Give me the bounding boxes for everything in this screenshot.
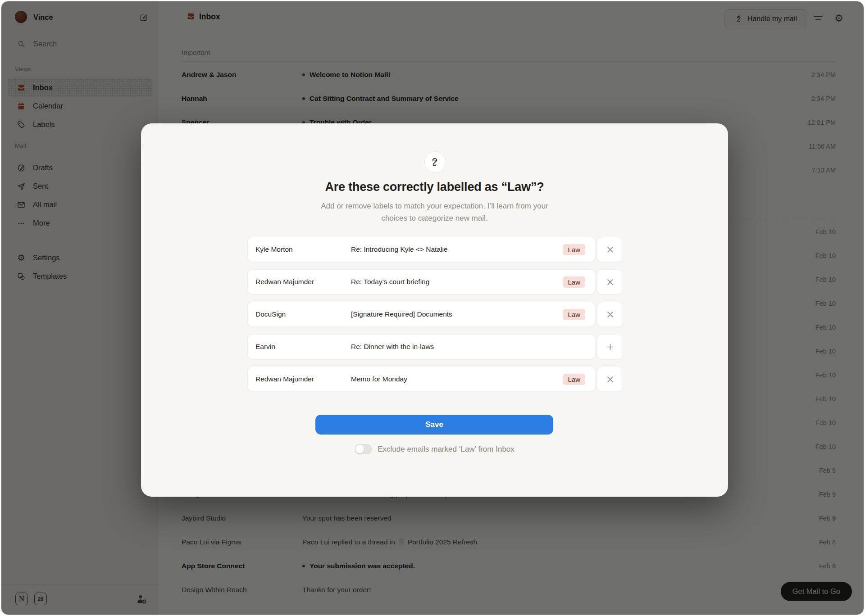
modal-email-card[interactable]: Redwan Majumder Memo for Monday Law (247, 367, 596, 392)
label-pill[interactable]: Law (563, 374, 585, 385)
modal-email-row: Earvin Re: Dinner with the in-laws (247, 334, 623, 359)
label-pill[interactable]: Law (563, 309, 585, 320)
save-button[interactable]: Save (315, 415, 553, 435)
remove-label-button[interactable] (597, 302, 623, 327)
label-pill[interactable]: Law (563, 244, 585, 255)
toggle-knob (355, 445, 364, 453)
exclude-toggle-row: Exclude emails marked ‘Law’ from Inbox (141, 444, 728, 454)
modal-email-row: Redwan Majumder Re: Today’s court briefi… (247, 269, 623, 294)
dialog-subtitle: Add or remove labels to match your expec… (318, 200, 552, 224)
email-subject: Re: Introducing Kyle <> Natalie (351, 245, 563, 254)
close-icon (606, 246, 614, 254)
email-sender: DocuSign (255, 310, 351, 318)
modal-email-card[interactable]: Earvin Re: Dinner with the in-laws (247, 334, 596, 359)
email-sender: Earvin (255, 343, 351, 351)
email-sender: Redwan Majumder (255, 278, 351, 286)
dialog-title: Are these correctly labelled as “Law”? (141, 180, 728, 194)
close-icon (606, 311, 614, 318)
modal-email-row: Kyle Morton Re: Introducing Kyle <> Nata… (247, 237, 623, 262)
modal-email-card[interactable]: Redwan Majumder Re: Today’s court briefi… (247, 269, 596, 294)
close-icon (606, 376, 614, 383)
modal-email-card[interactable]: DocuSign [Signature Required] Documents … (247, 302, 596, 327)
email-subject: Memo for Monday (351, 375, 563, 383)
handle-my-mail-badge (424, 151, 446, 173)
plus-icon (606, 343, 614, 351)
exclude-toggle-label: Exclude emails marked ‘Law’ from Inbox (378, 445, 514, 454)
email-sender: Redwan Majumder (255, 375, 351, 383)
exclude-toggle[interactable] (355, 444, 372, 454)
modal-email-row: Redwan Majumder Memo for Monday Law (247, 367, 623, 392)
email-sender: Kyle Morton (255, 245, 351, 254)
label-pill[interactable]: Law (563, 276, 585, 288)
modal-email-row: DocuSign [Signature Required] Documents … (247, 302, 623, 327)
email-subject: Re: Today’s court briefing (351, 278, 563, 286)
app-window: Vince Search Views Inbox (1, 1, 864, 615)
remove-label-button[interactable] (597, 269, 623, 294)
remove-label-button[interactable] (597, 367, 623, 392)
label-confirmation-dialog: Are these correctly labelled as “Law”? A… (141, 123, 728, 497)
modal-email-card[interactable]: Kyle Morton Re: Introducing Kyle <> Nata… (247, 237, 596, 262)
remove-label-button[interactable] (597, 237, 623, 262)
email-subject: [Signature Required] Documents (351, 310, 563, 318)
add-label-button[interactable] (597, 334, 623, 359)
email-subject: Re: Dinner with the in-laws (351, 343, 595, 351)
close-icon (606, 278, 614, 286)
